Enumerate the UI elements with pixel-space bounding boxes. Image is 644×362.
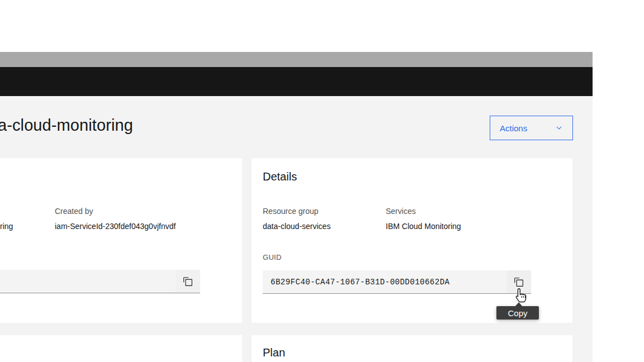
details-card-title: Details xyxy=(263,170,297,183)
created-by-label: Created by xyxy=(55,207,93,216)
details-card: Details Resource group data-cloud-servic… xyxy=(252,158,572,323)
overview-truncated-value: ring xyxy=(0,222,13,231)
page-title: a-cloud-monitoring xyxy=(0,116,133,135)
plan-card: Plan xyxy=(252,335,572,362)
actions-button-label: Actions xyxy=(500,123,527,133)
guid-label: GUID xyxy=(263,253,282,261)
window-titlebar xyxy=(0,52,593,67)
browser-window: a-cloud-monitoring Actions ring Created … xyxy=(0,52,593,362)
top-navigation-bar xyxy=(0,67,593,96)
services-value: IBM Cloud Monitoring xyxy=(386,222,461,231)
page-content: a-cloud-monitoring Actions ring Created … xyxy=(0,96,593,362)
copy-icon xyxy=(183,277,193,287)
guid-value: 6B29FC40-CA47-1067-B31D-00DD010662DA xyxy=(263,278,449,287)
bottom-left-card xyxy=(0,335,242,362)
created-by-value: iam-ServiceId-230fdef043g0vjfnvdf xyxy=(55,222,176,231)
overview-copy-field-box[interactable] xyxy=(0,270,176,293)
resource-group-label: Resource group xyxy=(263,207,319,216)
copy-tooltip-label: Copy xyxy=(508,308,527,318)
resource-group-value: data-cloud-services xyxy=(263,222,330,231)
screenshot-root: a-cloud-monitoring Actions ring Created … xyxy=(0,0,644,362)
guid-copy-field: 6B29FC40-CA47-1067-B31D-00DD010662DA xyxy=(263,270,531,294)
copy-icon xyxy=(514,277,524,287)
chevron-down-icon xyxy=(555,124,563,132)
overview-copy-field xyxy=(0,270,200,293)
services-label: Services xyxy=(386,207,416,216)
overview-copy-button[interactable] xyxy=(176,270,200,293)
plan-card-title: Plan xyxy=(263,346,285,359)
copy-tooltip: Copy xyxy=(496,306,539,320)
guid-field-box[interactable]: 6B29FC40-CA47-1067-B31D-00DD010662DA xyxy=(263,270,506,293)
overview-card: ring Created by iam-ServiceId-230fdef043… xyxy=(0,158,242,323)
actions-button[interactable]: Actions xyxy=(490,116,573,140)
